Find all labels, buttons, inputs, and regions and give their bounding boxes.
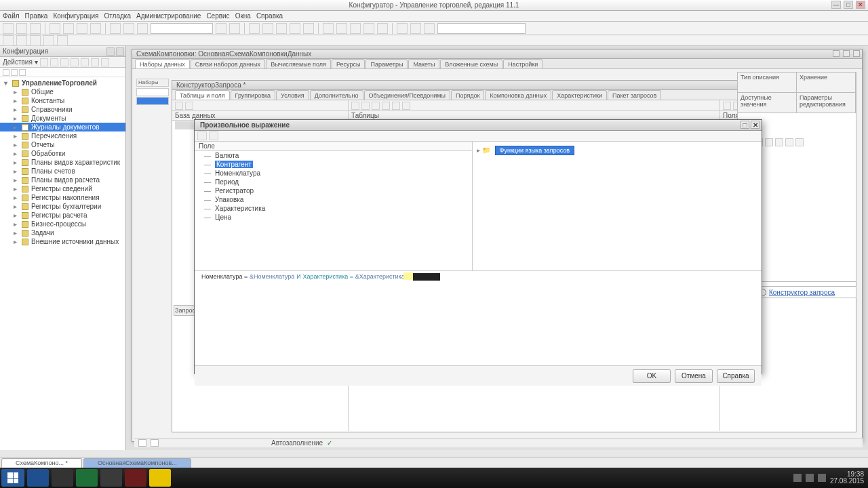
qc-t2-icon[interactable] (361, 102, 370, 110)
menu-windows[interactable]: Окна (235, 12, 251, 20)
tray-icon[interactable] (793, 474, 802, 482)
tb-stop-icon[interactable] (276, 23, 287, 34)
functions-group[interactable]: Функции языка запросов (495, 146, 574, 155)
taskbar-excel-icon[interactable] (76, 469, 98, 487)
taskbar-yandex-icon[interactable] (125, 469, 146, 487)
close-button[interactable]: ✕ (856, 1, 865, 9)
panel-close-icon[interactable] (116, 47, 124, 56)
qc-t6-icon[interactable] (402, 102, 410, 110)
tb-undo-icon[interactable] (110, 23, 121, 34)
lp-tool6-icon[interactable] (91, 58, 99, 66)
schema-max-icon[interactable] (843, 50, 850, 57)
lp-tool2-icon[interactable] (50, 58, 58, 66)
qc-db-tool2-icon[interactable] (185, 102, 193, 110)
tb-stepover-icon[interactable] (336, 23, 347, 34)
tree-node[interactable]: ▸Регистры расчета (0, 211, 125, 220)
cancel-button[interactable]: Отмена (675, 369, 713, 383)
qc-t4-icon[interactable] (382, 102, 390, 110)
dialog-restore-icon[interactable]: □ (741, 121, 749, 129)
tree-node[interactable]: ▸Константы (0, 96, 125, 105)
tb-open-icon[interactable] (16, 23, 27, 34)
schema-window-title[interactable]: СхемаКомпоновки: ОсновнаяСхемаКомпоновки… (132, 49, 862, 59)
system-tray[interactable]: 19:38 27.08.2015 (793, 469, 864, 487)
tray-network-icon[interactable] (806, 474, 814, 482)
tb-run-icon[interactable] (249, 23, 260, 34)
lp-sub2-icon[interactable] (11, 69, 18, 76)
lp-tool3-icon[interactable] (60, 58, 68, 66)
dialog-functions-panel[interactable]: ▸ 📁 Функции языка запросов (473, 142, 762, 270)
dlg-tool-1-icon[interactable] (197, 131, 207, 140)
ds-item-selected[interactable] (136, 97, 169, 105)
window-tab-2[interactable]: ОсновнаяСхемаКомпонов... (83, 458, 191, 468)
minimize-button[interactable]: — (831, 1, 841, 9)
menu-file[interactable]: Файл (3, 12, 20, 20)
tb-find-icon[interactable] (137, 23, 148, 34)
menu-configuration[interactable]: Конфигурация (53, 12, 98, 20)
tb-save-icon[interactable] (30, 23, 41, 34)
field-row[interactable]: —Период (195, 178, 472, 186)
taskbar-explorer-icon[interactable] (100, 469, 122, 487)
tb-misc2-icon[interactable] (410, 23, 421, 34)
tree-node[interactable]: ▸Регистры бухгалтерии (0, 202, 125, 211)
tb-print-icon[interactable] (90, 23, 101, 34)
tree-node[interactable]: ▸Обработки (0, 149, 125, 158)
schema-tab-links[interactable]: Связи наборов данных (191, 59, 265, 68)
qc-t1-icon[interactable] (351, 102, 359, 110)
tree-node[interactable]: ▸Планы видов расчета (0, 176, 125, 184)
tree-node[interactable]: ▸Документы (0, 114, 125, 123)
tb-misc1-icon[interactable] (397, 23, 408, 34)
qc-tab-char[interactable]: Характеристики (552, 90, 607, 100)
tree-node[interactable]: ▸Внешние источники данных (0, 237, 125, 246)
qc-tab-order[interactable]: Порядок (451, 90, 484, 100)
expression-dialog-titlebar[interactable]: Произвольное выражение □ ✕ (195, 120, 762, 131)
tree-node[interactable]: ▸Планы видов характеристик (0, 158, 125, 167)
bottom-icon2[interactable] (151, 439, 159, 447)
tb-bpnt-icon[interactable] (363, 23, 374, 34)
tree-node[interactable]: ▸Справочники (0, 105, 125, 114)
tree-node[interactable]: ▸Общие (0, 87, 125, 96)
tree-node[interactable]: ▸Перечисления (0, 131, 125, 140)
srt5-icon[interactable] (795, 138, 804, 146)
taskbar-chrome-icon[interactable] (52, 469, 73, 487)
qc-tab-batch[interactable]: Пакет запросов (608, 90, 661, 100)
taskbar-ie-icon[interactable] (27, 469, 49, 487)
query-button[interactable]: Запрос (174, 305, 197, 316)
field-row[interactable]: —Упаковка (195, 195, 472, 204)
qc-f1-icon[interactable] (723, 102, 731, 110)
schema-tab-resources[interactable]: Ресурсы (332, 59, 366, 68)
srt2-icon[interactable] (765, 138, 773, 146)
menu-admin[interactable]: Администрирование (136, 12, 201, 20)
qc-t3-icon[interactable] (372, 102, 380, 110)
schema-tab-layouts[interactable]: Макеты (408, 59, 439, 68)
field-row[interactable]: —Контрагент (195, 160, 472, 169)
lp-sub3-icon[interactable] (19, 69, 26, 76)
tb-paste-icon[interactable] (77, 23, 87, 34)
tree-node[interactable]: ▸Задачи (0, 228, 125, 237)
lp-sub1-icon[interactable] (3, 69, 9, 76)
tree-node[interactable]: ▸Журналы документов (0, 123, 125, 131)
schema-tab-nested[interactable]: Вложенные схемы (440, 59, 502, 68)
tb-new-icon[interactable] (3, 23, 14, 34)
tb-copy-icon[interactable] (63, 23, 74, 34)
schema-tab-settings[interactable]: Настройки (503, 59, 542, 68)
tb2-e-icon[interactable] (57, 35, 68, 46)
tree-node[interactable]: ▸Регистры сведений (0, 184, 125, 193)
tree-node[interactable]: ▸Регистры накопления (0, 193, 125, 202)
tree-node[interactable]: ▸Бизнес-процессы (0, 220, 125, 228)
menu-edit[interactable]: Правка (25, 12, 48, 20)
dialog-close-icon[interactable]: ✕ (751, 121, 760, 129)
dialog-fields-list[interactable]: —Валюта—Контрагент—Номенклатура—Период—Р… (195, 151, 472, 270)
schema-tab-calcfields[interactable]: Вычисляемые поля (266, 59, 331, 68)
tb2-a-icon[interactable] (3, 35, 14, 46)
bottom-icon1[interactable] (138, 439, 146, 447)
tree-node[interactable]: ▸Планы счетов (0, 167, 125, 176)
srt4-icon[interactable] (785, 138, 793, 146)
lp-tool1-icon[interactable] (40, 58, 48, 66)
schema-tab-datasets[interactable]: Наборы данных (135, 59, 190, 68)
maximize-button[interactable]: □ (844, 1, 853, 9)
tb-watch-icon[interactable] (377, 23, 388, 34)
actions-dropdown[interactable]: Действия ▾ (3, 58, 38, 66)
tb-cut-icon[interactable] (50, 23, 60, 34)
qc-t5-icon[interactable] (392, 102, 400, 110)
field-row[interactable]: —Валюта (195, 151, 472, 160)
